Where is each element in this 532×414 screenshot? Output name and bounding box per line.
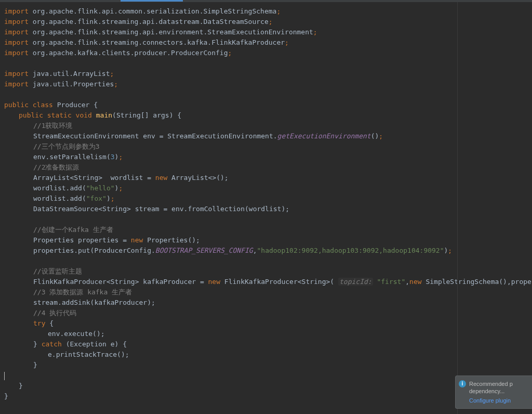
notification-text: Recommended pdependency... bbox=[469, 380, 529, 395]
notification-link[interactable]: Configure plugin bbox=[469, 397, 529, 404]
right-margin-guide bbox=[457, 2, 458, 414]
code-editor[interactable]: import org.apache.flink.api.common.seria… bbox=[0, 2, 532, 414]
info-icon: i bbox=[459, 380, 466, 387]
text-caret bbox=[4, 372, 5, 380]
param-hint: topicId: bbox=[338, 278, 373, 286]
active-tab-indicator[interactable] bbox=[121, 0, 183, 2]
notification-popup[interactable]: i Recommended pdependency... Configure p… bbox=[455, 376, 532, 409]
